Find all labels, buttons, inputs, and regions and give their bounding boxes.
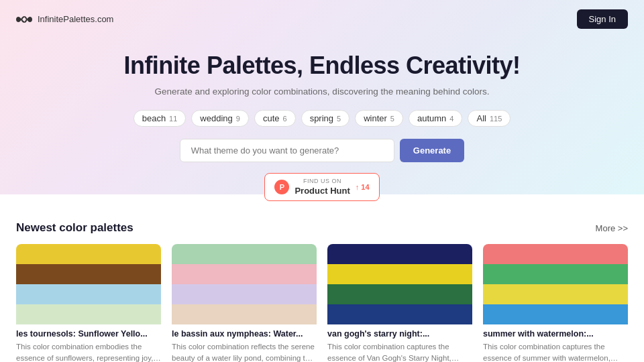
palette-description: This color combination reflects the sere…: [172, 341, 317, 362]
more-link[interactable]: More >>: [596, 223, 628, 233]
product-hunt-upvote: ↑ 14: [356, 183, 370, 191]
color-swatch: [483, 304, 628, 324]
palette-card[interactable]: van gogh's starry night:...This color co…: [327, 244, 472, 362]
tag-wedding[interactable]: wedding9: [191, 110, 249, 127]
palettes-grid: les tournesols: Sunflower Yello...This c…: [16, 244, 628, 362]
tag-All[interactable]: All115: [468, 110, 511, 127]
hero-subtitle: Generate and exploring color combination…: [13, 86, 631, 97]
color-swatch: [16, 244, 161, 264]
palettes-header: Newest color palettes More >>: [16, 221, 628, 235]
palette-description: This color combination captures the esse…: [327, 341, 472, 362]
color-swatch: [327, 264, 472, 284]
palette-card[interactable]: summer with watermelon:...This color com…: [483, 244, 628, 362]
product-hunt-logo: P: [274, 180, 289, 194]
product-hunt-text: FIND US ON Product Hunt: [294, 178, 350, 196]
color-swatch: [327, 304, 472, 324]
color-swatch: [172, 284, 317, 304]
color-swatch: [327, 244, 472, 264]
logo-icon: [16, 15, 32, 24]
tag-beach[interactable]: beach11: [133, 110, 186, 127]
palette-description: This color combination captures the esse…: [483, 341, 628, 362]
palettes-section: Newest color palettes More >> les tourne…: [0, 208, 644, 362]
color-swatch: [16, 284, 161, 304]
header: InfinitePalettes.com Sign In: [0, 0, 644, 38]
tag-winter[interactable]: winter5: [355, 110, 403, 127]
palette-name: le bassin aux nympheas: Water...: [172, 329, 317, 339]
color-swatch: [172, 264, 317, 284]
logo: InfinitePalettes.com: [16, 14, 113, 24]
logo-text: InfinitePalettes.com: [38, 14, 113, 24]
color-swatch: [483, 244, 628, 264]
palette-card[interactable]: les tournesols: Sunflower Yello...This c…: [16, 244, 161, 362]
product-hunt-badge[interactable]: P FIND US ON Product Hunt ↑ 14: [264, 173, 379, 201]
color-swatch: [483, 264, 628, 284]
palette-name: summer with watermelon:...: [483, 329, 628, 339]
color-swatch: [172, 244, 317, 264]
sign-in-button[interactable]: Sign In: [577, 9, 628, 29]
palette-name: les tournesols: Sunflower Yello...: [16, 329, 161, 339]
hero-section: Infinite Palettes, Endless Creativity! G…: [0, 38, 644, 208]
color-swatch: [327, 284, 472, 304]
color-swatch: [172, 304, 317, 324]
palette-name: van gogh's starry night:...: [327, 329, 472, 339]
tag-autumn[interactable]: autumn4: [409, 110, 463, 127]
hero-title: Infinite Palettes, Endless Creativity!: [13, 52, 631, 80]
palette-description: This color combination embodies the esse…: [16, 341, 161, 362]
search-input[interactable]: [180, 139, 394, 162]
tag-cute[interactable]: cute6: [254, 110, 296, 127]
tag-spring[interactable]: spring5: [301, 110, 350, 127]
palette-card[interactable]: le bassin aux nympheas: Water...This col…: [172, 244, 317, 362]
product-hunt-label: Product Hunt: [294, 186, 350, 196]
search-row: Generate: [13, 139, 631, 162]
generate-button[interactable]: Generate: [400, 139, 464, 162]
color-swatch: [483, 284, 628, 304]
tags-row: beach11wedding9cute6spring5winter5autumn…: [13, 110, 631, 127]
color-swatch: [16, 264, 161, 284]
color-swatch: [16, 304, 161, 324]
palettes-section-title: Newest color palettes: [16, 221, 133, 235]
